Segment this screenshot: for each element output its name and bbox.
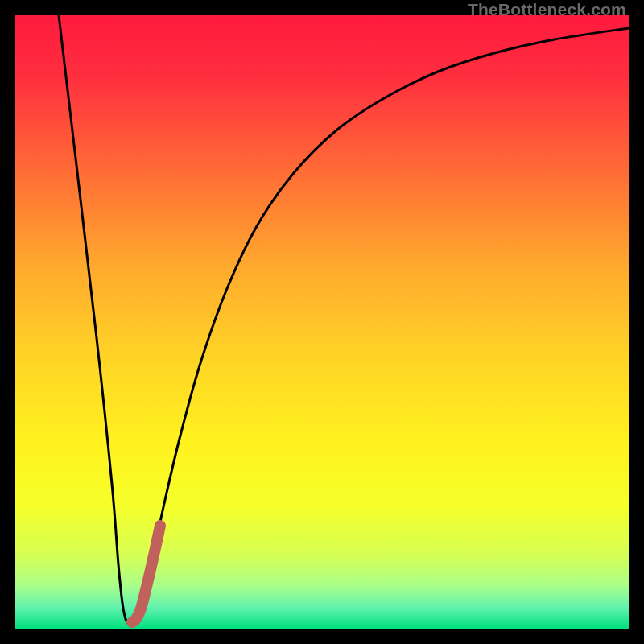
bottleneck-chart [15, 15, 629, 629]
chart-frame [15, 15, 629, 629]
watermark-text: TheBottleneck.com [468, 0, 626, 19]
gradient-background [15, 15, 629, 629]
